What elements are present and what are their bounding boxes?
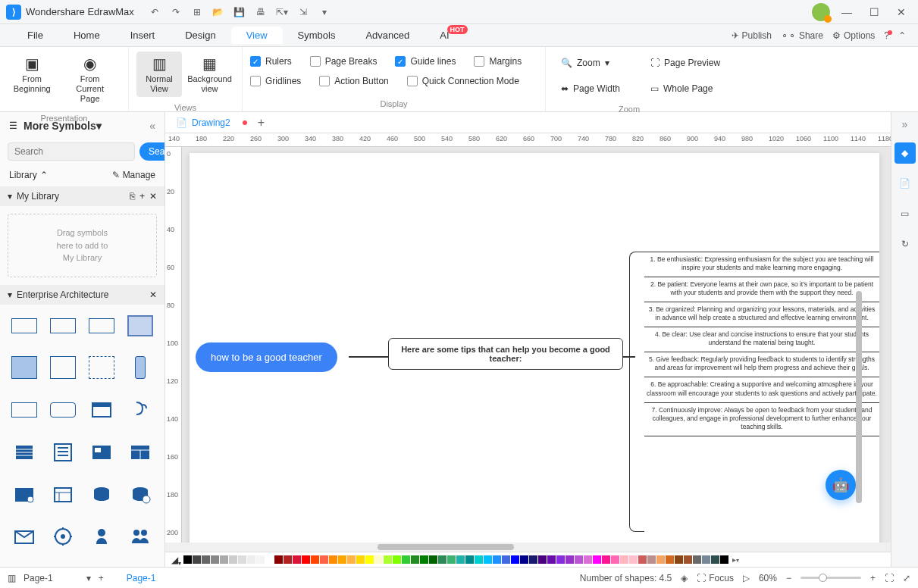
fit-page-button[interactable]: ⛶ xyxy=(885,573,894,583)
color-swatch[interactable] xyxy=(520,555,528,564)
color-swatch[interactable] xyxy=(365,555,374,564)
tip-item[interactable]: 4. Be clear: Use clear and concise instr… xyxy=(644,327,879,352)
pagebreaks-checkbox[interactable]: Page Breaks xyxy=(310,56,378,67)
color-swatch[interactable] xyxy=(211,555,219,564)
color-swatch[interactable] xyxy=(720,555,728,564)
color-swatch[interactable] xyxy=(711,555,719,564)
zoom-out-button[interactable]: − xyxy=(786,573,791,583)
color-swatch[interactable] xyxy=(265,555,274,564)
color-swatch[interactable] xyxy=(274,555,283,564)
open-icon[interactable]: 📂 xyxy=(210,4,227,20)
color-swatch[interactable] xyxy=(702,555,710,564)
shape-item[interactable] xyxy=(46,354,79,381)
tip-item[interactable]: 7. Continuously improve: Always be open … xyxy=(644,403,879,436)
close-icon[interactable]: ✕ xyxy=(149,289,157,300)
color-swatch[interactable] xyxy=(593,555,601,564)
horizontal-scrollbar-thumb[interactable] xyxy=(378,544,514,550)
format-panel-button[interactable]: ◆ xyxy=(895,142,916,164)
color-swatch[interactable] xyxy=(675,555,683,564)
page-panel-button[interactable]: 📄 xyxy=(895,173,916,194)
canvas[interactable]: how to be a good teacher Here are some t… xyxy=(182,147,891,543)
zoom-level[interactable]: 60% xyxy=(759,573,777,583)
shape-item[interactable] xyxy=(8,523,40,550)
maximize-button[interactable]: ☐ xyxy=(863,2,885,23)
add-icon[interactable]: + xyxy=(139,191,145,202)
color-swatch[interactable] xyxy=(447,555,456,564)
vertical-scrollbar[interactable] xyxy=(856,291,862,503)
color-swatch[interactable] xyxy=(183,555,192,564)
menu-home[interactable]: Home xyxy=(58,27,115,44)
search-input[interactable] xyxy=(8,142,135,161)
color-swatch[interactable] xyxy=(202,555,210,564)
color-swatch[interactable] xyxy=(284,555,292,564)
shape-item[interactable] xyxy=(8,481,40,508)
color-swatch[interactable] xyxy=(238,555,246,564)
search-button[interactable]: Search xyxy=(139,142,165,161)
zoom-slider[interactable] xyxy=(801,577,861,579)
color-swatch[interactable] xyxy=(465,555,474,564)
color-swatch[interactable] xyxy=(684,555,692,564)
outline-button[interactable]: ▥ xyxy=(8,573,16,583)
collapse-ribbon-button[interactable]: ⌃ xyxy=(898,30,906,41)
vertical-ruler[interactable]: 020406080100120140160180200 xyxy=(165,147,182,543)
menu-symbols[interactable]: Symbols xyxy=(283,27,351,44)
page-tab[interactable]: Page-1 xyxy=(127,573,156,583)
shape-item[interactable] xyxy=(86,396,118,424)
wholepage-button[interactable]: ▭Whole Page xyxy=(643,79,728,99)
shape-item[interactable] xyxy=(124,354,157,381)
export-icon[interactable]: ⇱▾ xyxy=(274,4,290,20)
color-swatch[interactable] xyxy=(429,555,437,564)
fill-dropper-icon[interactable]: ◢▾ xyxy=(171,555,178,565)
horizontal-ruler[interactable]: 1401802202603003403804204605005405806206… xyxy=(165,133,891,147)
history-panel-button[interactable]: ↻ xyxy=(895,233,916,255)
mindmap-sub-node[interactable]: Here are some tips that can help you bec… xyxy=(388,338,623,370)
help-button[interactable]: ? xyxy=(884,30,889,41)
rulers-checkbox[interactable]: ✓Rulers xyxy=(250,56,292,67)
color-swatch[interactable] xyxy=(647,555,656,564)
gridlines-checkbox[interactable]: Gridlines xyxy=(250,76,301,86)
color-swatch[interactable] xyxy=(538,555,547,564)
color-swatch[interactable] xyxy=(493,555,501,564)
color-swatch[interactable] xyxy=(547,555,556,564)
color-swatch[interactable] xyxy=(329,555,337,564)
color-swatch[interactable] xyxy=(247,555,255,564)
color-swatch[interactable] xyxy=(393,555,401,564)
document-tab[interactable]: 📄Drawing2 xyxy=(170,114,237,131)
color-swatch[interactable] xyxy=(311,555,319,564)
shape-item[interactable] xyxy=(124,312,157,339)
from-current-button[interactable]: ◉From Current Page xyxy=(59,52,121,108)
color-swatch[interactable] xyxy=(347,555,356,564)
shape-item[interactable] xyxy=(86,354,118,381)
zoom-slider-thumb[interactable] xyxy=(819,574,827,582)
color-swatch[interactable] xyxy=(693,555,701,564)
shape-item[interactable] xyxy=(46,523,79,550)
color-swatch[interactable] xyxy=(411,555,419,564)
manage-link[interactable]: ✎Manage xyxy=(112,170,155,180)
expand-rail-icon[interactable]: » xyxy=(902,118,908,130)
pagepreview-button[interactable]: ⛶Page Preview xyxy=(643,53,728,73)
color-swatch[interactable] xyxy=(666,555,674,564)
undo-icon[interactable]: ↶ xyxy=(146,4,163,20)
shape-item[interactable] xyxy=(8,312,40,339)
shape-item[interactable] xyxy=(86,523,118,550)
color-swatch[interactable] xyxy=(229,555,237,564)
fullscreen-button[interactable]: ⤢ xyxy=(903,573,910,583)
color-swatch[interactable] xyxy=(374,555,383,564)
tip-item[interactable]: 1. Be enthusiastic: Expressing enthusias… xyxy=(644,252,879,277)
redo-icon[interactable]: ↷ xyxy=(168,4,184,20)
guidelines-checkbox[interactable]: ✓Guide lines xyxy=(395,56,456,67)
drop-zone[interactable]: Drag symbols here to add to My Library xyxy=(8,214,157,277)
save-icon[interactable]: 💾 xyxy=(231,4,248,20)
color-swatch[interactable] xyxy=(620,555,628,564)
color-swatch[interactable] xyxy=(656,555,665,564)
shape-item[interactable] xyxy=(124,481,157,508)
tip-item[interactable]: 2. Be patient: Everyone learns at their … xyxy=(644,277,879,302)
actionbutton-checkbox[interactable]: Action Button xyxy=(319,76,388,86)
enterprise-section[interactable]: ▾ Enterprise Architecture ✕ xyxy=(0,285,164,305)
shape-item[interactable] xyxy=(124,396,157,424)
zoom-button[interactable]: 🔍Zoom▾ xyxy=(553,53,628,73)
collapse-sidebar-icon[interactable]: « xyxy=(149,120,155,132)
color-swatch[interactable] xyxy=(602,555,610,564)
page[interactable]: how to be a good teacher Here are some t… xyxy=(190,153,879,543)
minimize-button[interactable]: — xyxy=(836,2,857,23)
